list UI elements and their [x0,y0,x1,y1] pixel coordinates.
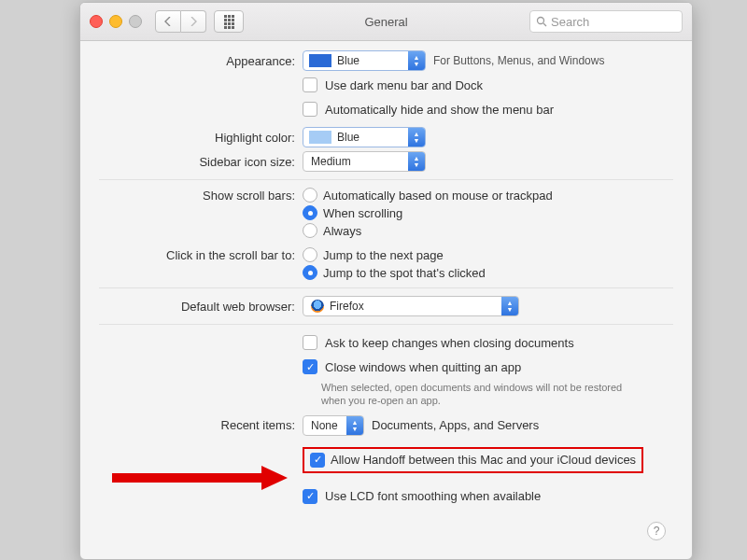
chevron-updown-icon: ▲▼ [501,297,518,315]
scroll-auto-radio[interactable] [303,188,317,203]
click-page-label: Jump to the next page [323,248,444,262]
highlight-swatch [309,131,331,144]
help-button[interactable]: ? [647,522,666,540]
scroll-when-radio[interactable] [303,205,317,220]
highlight-value: Blue [337,131,384,144]
divider [99,324,673,325]
grid-icon [224,15,234,29]
appearance-value: Blue [337,54,384,67]
handoff-label: Allow Handoff between this Mac and your … [331,453,636,467]
scrollbars-label: Show scroll bars: [99,188,303,203]
close-windows-note: When selected, open documents and window… [321,381,629,408]
scroll-always-radio[interactable] [303,223,317,238]
scrollbars-group: Automatically based on mouse or trackpad… [303,188,553,238]
recent-popup[interactable]: None ▲▼ [303,415,364,436]
click-page-radio[interactable] [303,247,317,262]
svg-line-1 [543,23,546,26]
click-scroll-label: Click in the scroll bar to: [99,247,303,262]
auto-hide-menu-checkbox[interactable] [303,102,317,117]
chevron-updown-icon: ▲▼ [346,416,363,435]
forward-button[interactable] [181,10,206,33]
scroll-always-label: Always [323,224,361,238]
recent-suffix: Documents, Apps, and Servers [372,418,539,432]
close-windows-checkbox[interactable]: ✓ [303,359,317,374]
nav-buttons [155,10,206,33]
browser-label: Default web browser: [99,300,303,314]
firefox-icon [311,300,324,313]
divider [99,179,673,180]
sidebar-size-popup[interactable]: Medium ▲▼ [303,151,426,172]
ask-changes-label: Ask to keep changes when closing documen… [325,336,574,350]
back-button[interactable] [155,10,181,33]
close-windows-label: Close windows when quitting an app [325,360,521,374]
close-window-button[interactable] [90,15,103,28]
handoff-highlight: ✓ Allow Handoff between this Mac and you… [303,447,643,473]
minimize-window-button[interactable] [109,15,122,28]
recent-label: Recent items: [99,418,303,432]
browser-popup[interactable]: Firefox ▲▼ [303,296,519,316]
zoom-window-button[interactable] [129,15,142,28]
ask-changes-checkbox[interactable] [303,335,317,350]
dark-menu-checkbox[interactable] [303,77,317,92]
appearance-label: Appearance: [99,54,303,68]
handoff-checkbox[interactable]: ✓ [310,453,325,468]
search-placeholder: Search [551,15,589,29]
appearance-note: For Buttons, Menus, and Windows [433,54,604,67]
chevron-updown-icon: ▲▼ [408,51,425,70]
window-toolbar: General Search [80,3,692,41]
divider [99,287,673,288]
highlight-popup[interactable]: Blue ▲▼ [303,127,426,147]
chevron-updown-icon: ▲▼ [408,152,425,171]
show-all-button[interactable] [214,10,244,33]
sidebar-size-value: Medium [303,155,375,168]
sidebar-size-label: Sidebar icon size: [99,155,303,169]
auto-hide-menu-label: Automatically hide and show the menu bar [325,103,554,117]
prefs-body: Appearance: Blue ▲▼ For Buttons, Menus, … [80,41,692,520]
browser-value: Firefox [330,300,364,313]
click-spot-label: Jump to the spot that's clicked [323,266,486,280]
scroll-auto-label: Automatically based on mouse or trackpad [323,189,553,203]
search-icon [536,16,547,27]
search-field[interactable]: Search [529,10,683,33]
click-scroll-group: Jump to the next page Jump to the spot t… [303,247,486,280]
click-spot-radio[interactable] [303,265,317,280]
lcd-smoothing-label: Use LCD font smoothing when available [325,489,541,503]
lcd-smoothing-checkbox[interactable]: ✓ [303,489,317,504]
traffic-lights [90,15,142,28]
svg-point-0 [538,18,544,24]
general-prefs-window: General Search Appearance: Blue ▲▼ For B… [79,2,693,560]
dark-menu-label: Use dark menu bar and Dock [325,78,483,92]
scroll-when-label: When scrolling [323,206,402,220]
chevron-updown-icon: ▲▼ [408,128,425,147]
appearance-swatch [309,54,331,67]
appearance-popup[interactable]: Blue ▲▼ [303,50,426,71]
highlight-label: Highlight color: [99,131,303,145]
